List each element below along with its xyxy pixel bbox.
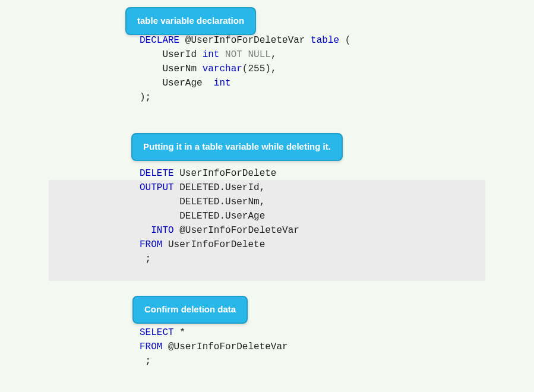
type-int: int — [203, 49, 220, 60]
col-userage: UserAge — [162, 78, 202, 88]
comma: , — [271, 49, 277, 60]
col-usernm: UserNm — [162, 64, 197, 74]
callout-text: Putting it in a table variable while del… — [143, 141, 331, 151]
num-255: 255 — [248, 64, 265, 74]
type-int: int — [214, 78, 231, 88]
callout-confirm-deletion-data: Confirm deletion data — [132, 296, 248, 324]
tbl-userinfofordelete: UserInfoForDelete — [168, 239, 265, 250]
kw-delete: DELETE — [140, 168, 174, 179]
dot: . — [219, 197, 225, 207]
kw-not: NOT — [225, 49, 242, 60]
code-block-1: -- 테이블 변수 선언 — [0, 19, 534, 33]
comma: , — [271, 64, 277, 74]
callout-putting-table-variable: Putting it in a table variable while del… — [131, 133, 343, 161]
semi: ; — [146, 254, 151, 264]
kw-into: INTO — [151, 225, 173, 236]
comma: , — [260, 197, 266, 207]
code-block-1-body: DECLARE @UserInfoForDeleteVar table ( Us… — [0, 33, 534, 105]
kw-from: FROM — [140, 239, 162, 250]
code-block-2-body: DELETE UserInfoForDelete OUTPUT DELETED.… — [0, 166, 534, 266]
callout-text: table variable declaration — [137, 15, 244, 26]
kw-null: NULL — [248, 49, 270, 60]
deleted: DELETED — [179, 182, 219, 193]
paren-open: ( — [345, 35, 351, 46]
comma: , — [260, 182, 266, 193]
paren-close: ) — [265, 64, 271, 74]
kw-table: table — [311, 35, 339, 46]
kw-select: SELECT — [140, 327, 174, 338]
code-block-3-comment: -- 삭제 데이터 확인 — [0, 308, 534, 322]
ident-var: @UserInfoForDeleteVar — [185, 35, 305, 46]
dot: . — [219, 211, 225, 222]
kw-output: OUTPUT — [140, 182, 174, 193]
code-block-3-body: SELECT * FROM @UserInfoForDeleteVar ; — [0, 325, 534, 368]
var-userinfofordeletevar: @UserInfoForDeleteVar — [179, 225, 299, 236]
var-userinfofordeletevar: @UserInfoForDeleteVar — [168, 342, 288, 352]
deleted: DELETED — [179, 211, 219, 222]
col-userid: UserId — [225, 182, 260, 193]
tbl-userinfofordelete: UserInfoForDelete — [179, 168, 276, 179]
kw-declare: DECLARE — [140, 35, 179, 46]
col-userage: UserAge — [225, 211, 265, 222]
col-userid: UserId — [162, 49, 197, 60]
callout-table-variable-declaration: table variable declaration — [125, 7, 256, 35]
callout-text: Confirm deletion data — [144, 304, 236, 314]
type-varchar: varchar — [203, 64, 242, 74]
paren-open: ( — [242, 64, 248, 74]
star: * — [179, 327, 185, 338]
deleted: DELETED — [179, 197, 219, 207]
col-usernm: UserNm — [225, 197, 260, 207]
kw-from: FROM — [140, 342, 162, 352]
semi: ; — [146, 356, 151, 366]
dot: . — [219, 182, 225, 193]
close-paren-semi: ); — [140, 92, 151, 103]
